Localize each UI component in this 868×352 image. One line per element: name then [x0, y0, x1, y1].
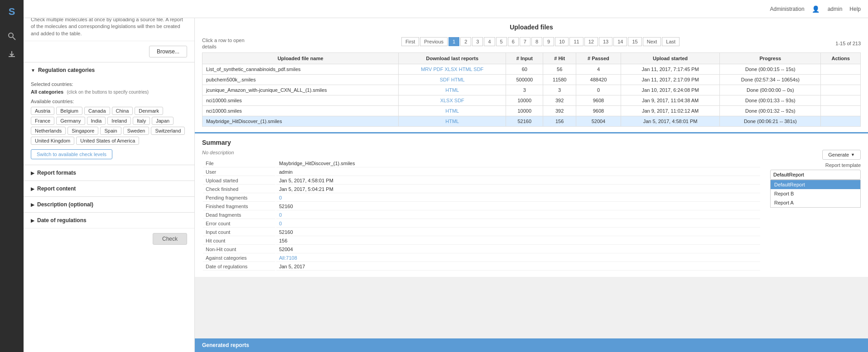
page-btn-9[interactable]: 9 [543, 37, 554, 46]
page-btn-2[interactable]: 2 [460, 37, 471, 46]
download-link-xlsx[interactable]: XLSX [440, 98, 453, 103]
country-tag[interactable]: Italy [133, 117, 150, 125]
page-btn-15[interactable]: 15 [628, 37, 641, 46]
page-btn-12[interactable]: 12 [584, 37, 598, 46]
downloads-cell: HTML [399, 106, 506, 116]
passed-cell: 4 [576, 64, 621, 75]
description-header[interactable]: ▶ Description (optional) [24, 197, 194, 212]
hit-cell: 392 [543, 95, 576, 106]
summary-field-value: Jan 5, 2017 [276, 263, 760, 271]
page-btn-5[interactable]: 5 [496, 37, 507, 46]
country-tag[interactable]: Spain [100, 127, 121, 135]
hit-cell: 392 [543, 106, 576, 116]
country-tag[interactable]: United Kingdom [31, 137, 74, 145]
page-btn-11[interactable]: 11 [569, 37, 583, 46]
regulation-categories-header[interactable]: ▼ Regulation categories [24, 62, 194, 78]
download-link-html[interactable]: HTML [459, 67, 473, 72]
upload-started-cell: Jan 5, 2017, 4:58:01 PM [621, 116, 719, 127]
summary-field-value: 52004 [276, 246, 760, 253]
page-btn-6[interactable]: 6 [508, 37, 519, 46]
country-tag[interactable]: India [87, 117, 106, 125]
table-row[interactable]: List_of_synthetic_cannabinoids_pdf.smile… [203, 64, 861, 75]
page-btn-8[interactable]: 8 [531, 37, 542, 46]
country-tag[interactable]: Switzerland [151, 127, 185, 135]
country-tag[interactable]: Canada [84, 107, 110, 115]
template-select[interactable]: DefaultReportReport BReport A [770, 170, 861, 180]
table-row[interactable]: jcunique_Amazon_with-jcunique_CXN_ALL_(1… [203, 85, 861, 95]
progress-cell: Done (00:00:00 -- 0s) [720, 85, 821, 95]
summary-field-value: 52160 [276, 203, 760, 210]
download-link-sdf[interactable]: SDF [454, 98, 464, 103]
page-btn-14[interactable]: 14 [613, 37, 627, 46]
page-btn-13[interactable]: 13 [599, 37, 612, 46]
downloads-cell: HTML [399, 116, 506, 127]
table-row[interactable]: pubchem500k_.smilesSDF HTML5000001158048… [203, 75, 861, 85]
country-tag[interactable]: Sweden [123, 127, 149, 135]
summary-field-label: Error count [203, 220, 275, 228]
download-link-sdf[interactable]: SDF [440, 77, 450, 82]
switch-check-levels-button[interactable]: Switch to available check levels [31, 149, 112, 159]
hit-cell: 156 [543, 116, 576, 127]
country-tag[interactable]: Belgium [56, 107, 82, 115]
dropdown-option-report-b[interactable]: Report B [771, 189, 860, 198]
previous-page-btn[interactable]: Previous [420, 37, 448, 46]
app-logo[interactable]: S [5, 5, 19, 19]
report-template-panel: Generate ▼ Report template DefaultReport… [770, 150, 861, 271]
summary-value-link[interactable]: All:7108 [279, 255, 297, 261]
search-icon[interactable] [4, 28, 20, 44]
page-btn-10[interactable]: 10 [555, 37, 569, 46]
first-page-btn[interactable]: First [401, 37, 419, 46]
download-link-mrv[interactable]: MRV [421, 67, 432, 72]
country-tag[interactable]: Ireland [107, 117, 131, 125]
download-link-html[interactable]: HTML [445, 87, 459, 93]
download-link-sdf[interactable]: SDF [473, 67, 483, 72]
passed-cell: 0 [576, 85, 621, 95]
country-tag[interactable]: China [112, 107, 133, 115]
next-page-btn[interactable]: Next [643, 37, 661, 46]
country-tag[interactable]: Japan [152, 117, 174, 125]
country-tag[interactable]: Denmark [135, 107, 163, 115]
uploaded-files-title: Uploaded files [202, 24, 861, 31]
check-button[interactable]: Check [153, 233, 187, 245]
generate-button[interactable]: Generate ▼ [822, 150, 861, 160]
download-icon[interactable] [4, 46, 20, 62]
passed-cell: 52004 [576, 116, 621, 127]
country-tag[interactable]: United States of America [76, 137, 139, 145]
report-content-header[interactable]: ▶ Report content [24, 181, 194, 196]
input-cell: 10000 [506, 106, 543, 116]
country-tag[interactable]: France [31, 117, 54, 125]
page-btn-7[interactable]: 7 [520, 37, 530, 46]
table-row[interactable]: nci10000.smilesXLSX SDF100003929608Jan 9… [203, 95, 861, 106]
hit-cell: 11580 [543, 75, 576, 85]
dropdown-option-defaultreport[interactable]: DefaultReport [771, 180, 860, 189]
dropdown-option-report-a[interactable]: Report A [771, 198, 860, 207]
downloads-cell: XLSX SDF [399, 95, 506, 106]
table-row[interactable]: Maybridge_HitDiscover_(1).smilesHTML5216… [203, 116, 861, 127]
selected-countries-label: Selected countries: [31, 81, 73, 87]
browse-button[interactable]: Browse... [149, 46, 187, 57]
country-tag[interactable]: Austria [31, 107, 54, 115]
files-table: Uploaded file nameDownload last reports#… [202, 52, 861, 127]
page-btn-1[interactable]: 1 [448, 37, 459, 46]
download-link-xlsx[interactable]: XLSX [445, 67, 458, 72]
progress-cell: Done (00:01:33 -- 93s) [720, 95, 821, 106]
country-tag[interactable]: Netherlands [31, 127, 66, 135]
page-btn-4[interactable]: 4 [484, 37, 495, 46]
download-link-html[interactable]: HTML [445, 119, 459, 124]
table-row[interactable]: nci10000.smilesHTML100003929608Jan 9, 20… [203, 106, 861, 116]
input-cell: 3 [506, 85, 543, 95]
administration-link[interactable]: Administration [770, 6, 805, 12]
help-link[interactable]: Help [849, 6, 861, 12]
report-formats-header[interactable]: ▶ Report formats [24, 165, 194, 181]
download-link-html[interactable]: HTML [451, 77, 465, 82]
summary-field-label: Finished fragments [203, 203, 275, 210]
page-btn-3[interactable]: 3 [472, 37, 483, 46]
last-page-btn[interactable]: Last [662, 37, 680, 46]
country-tag[interactable]: Germany [56, 117, 85, 125]
admin-link[interactable]: admin [828, 6, 843, 12]
date-regulations-header[interactable]: ▶ Date of regulations [24, 213, 194, 228]
country-tag[interactable]: Singapore [68, 127, 98, 135]
download-link-pdf[interactable]: PDF [433, 67, 443, 72]
summary-field-label: Check finished [203, 186, 275, 193]
download-link-html[interactable]: HTML [445, 108, 459, 114]
